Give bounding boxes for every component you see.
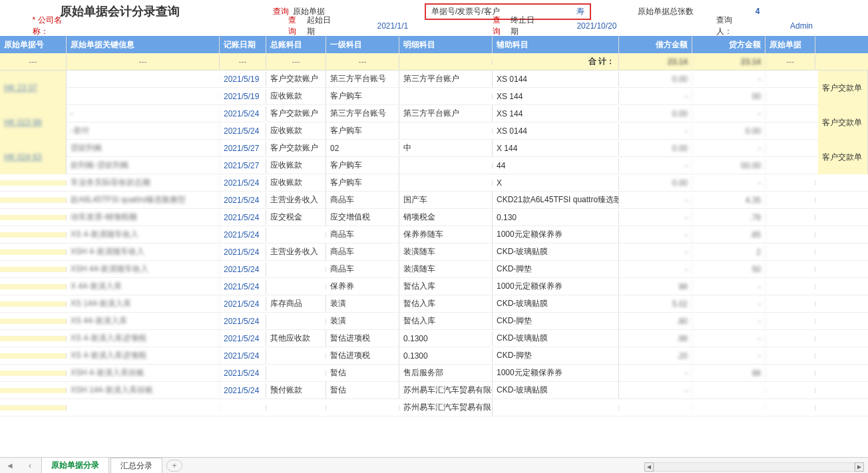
cell-debit: 0.00 [619,106,692,121]
cell-l1: 应交增值税 [326,209,399,226]
cell-l1: 第三方平台账号 [326,105,399,122]
cell-key [67,77,220,82]
doc-cell[interactable]: HK 23 07 [0,71,67,105]
table-row: 动车发票-销项税额2021/5/24应交税金应交增值税销项税金0.130-.78 [0,209,868,226]
doc-cell[interactable]: HK 023 98 [0,105,67,140]
cell-gl: 主营业务收入 [266,192,326,208]
cell-date: 2021/5/24 [220,331,266,346]
summary-row: --- --- --- --- --- 合 计： 23.14 23.14 --- [0,53,868,71]
scroll-left-icon[interactable]: ◄ [644,462,654,472]
cell-debit: - [619,262,692,277]
horizontal-scrollbar[interactable]: ◄ ► [644,461,864,473]
table-row: -首付2021/5/24应收账款客户购车XS 0144-0.00 [67,122,818,140]
cell-credit: 2 [692,245,765,259]
cell-detail: 装潢随车 [399,261,493,277]
cell-key: -首付 [67,122,220,139]
page-title: 原始单据会计分录查询 [60,3,233,19]
cell-gl: 应收账款 [266,88,326,104]
cell-debit: - [619,366,692,381]
cell-gl [266,319,326,324]
cell-credit: 00.00 [692,158,765,173]
cell-date: 2021/5/24 [220,279,266,294]
cell-gl: 应收账款 [266,174,326,191]
query-label-1: 查询 [273,6,289,17]
cell-gl [266,353,326,359]
cell-aux: CKD-玻璃贴膜 [493,295,619,312]
cell-key: XSH 44-装潢随车收入 [67,261,220,277]
cell-date: 2021/5/24 [220,349,266,363]
cell-debit: - [619,228,692,242]
cell-key: - [67,106,220,121]
tab-original-entries[interactable]: 原始单据分录 [41,457,109,474]
cell-l1: 客户购车 [326,157,399,174]
cell-debit: .80 [619,314,692,329]
cell-l1: 客户购车 [326,88,399,104]
col-gl: 总账科目 [266,37,326,53]
cell-date: 2021/5/24 [220,297,266,311]
cell-date: 2021/5/19 [220,89,266,104]
cell-date: 2021/5/24 [220,366,266,381]
cell-detail: 保养券随车 [399,226,493,243]
cell-credit: - [692,141,765,156]
cell-gl: 应收账款 [266,122,326,139]
col-debit: 借方金额 [619,37,692,53]
scroll-right-icon[interactable]: ► [855,462,864,472]
cell-detail [399,128,493,134]
table-row: XS 44-装潢入库2021/5/24装潢暂估入库CKD-脚垫.80- [0,313,868,330]
cell-aux: CKD-脚垫 [493,261,619,277]
cell-detail: 第三方平台账户 [399,71,493,87]
cell-detail: 0.1300 [399,349,493,363]
cell-l1: 保养券 [326,278,399,295]
cell-credit: - [692,176,765,190]
cell-key: 贷款到账 [67,140,220,156]
cell-key: 车业务实际应收款总额 [67,174,220,191]
cell-aux: 1000元定额保养券 [493,365,619,381]
cell-gl: 应交税金 [266,209,326,226]
cell-debit: 88 [619,279,692,294]
cell-key: 动车发票-销项税额 [67,209,220,226]
col-doc: 原始单据号 [0,37,67,53]
cell-detail: 装潢随车 [399,243,493,260]
cell-detail: 暂估入库 [399,295,493,312]
tab-nav-prev[interactable]: ‹ [20,461,40,470]
cell-credit: - [692,279,765,294]
cell-credit: 50 [692,262,765,277]
cell-credit [692,388,765,393]
table-row: - 2021/5/24客户交款账户第三方平台账号第三方平台账户XS 1440.0… [67,105,818,122]
cell-detail [399,163,493,168]
cell-date: 2021/5/27 [220,158,266,173]
tab-add[interactable]: + [166,460,182,472]
doc-cell[interactable]: HK 024 63 [0,140,67,174]
start-date-value[interactable]: 2021/1/1 [359,21,426,31]
cell-aux [493,405,619,410]
cell-aux: X [493,176,619,190]
cell-aux: CKD-脚垫 [493,347,619,364]
cell-gl: 客户交款账户 [266,105,326,122]
cell-aux: X 144 [493,141,619,156]
tab-summary-entries[interactable]: 汇总分录 [110,458,162,474]
cell-gl [266,405,326,410]
cell-debit: .20 [619,349,692,363]
cell-date: 2021/5/24 [220,210,266,225]
cell-gl: 应收账款 [266,157,326,174]
cell-l1 [326,405,399,410]
cell-key [67,94,220,99]
cell-l1: 商品车 [326,226,399,243]
cell-debit: 0.00 [619,176,692,190]
col-credit: 贷方金额 [692,37,765,53]
end-date-value[interactable]: 2021/10/20 [563,21,630,31]
cell-date: 2021/5/27 [220,141,266,156]
table-row: XS 144-装潢入库2021/5/24库存商品装潢暂估入库CKD-玻璃贴膜5.… [0,295,868,313]
cell-date: 2021/5/24 [220,383,266,398]
cell-detail: 苏州易车汇汽车贸易有限公司 [399,382,493,398]
table-row: 车业务实际应收款总额2021/5/24应收账款客户购车X0.00- [0,174,868,192]
cell-gl: 库存商品 [266,295,326,312]
cell-l1: 客户购车 [326,174,399,191]
table-row: XS 4-装潢入库进项税2021/5/24其他应收款暂估进项税0.1300CKD… [0,330,868,347]
src-cell: 客户交款单 [818,105,868,140]
tab-nav-first[interactable]: ◄ [0,461,20,470]
cell-l1: 商品车 [326,261,399,277]
end-date-label: 终止日期 [511,15,539,37]
cell-aux: XS 0144 [493,124,619,138]
cell-key: XSH 4-装潢入库挂账 [67,365,220,381]
